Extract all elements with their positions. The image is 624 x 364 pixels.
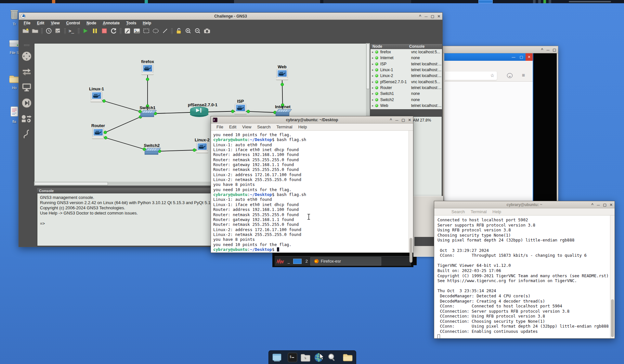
firefox-maximize-button[interactable]: ▢: [518, 55, 525, 59]
add-link-icon[interactable]: [21, 129, 32, 140]
battery-tray-icon[interactable]: [543, 0, 546, 3]
hscrollbar-handle[interactable]: [34, 182, 108, 185]
close-button[interactable]: [437, 15, 440, 18]
topology-summary-row[interactable]: ▸firefoxvnc localhost:5...: [370, 49, 442, 55]
vscrollbar-handle[interactable]: [366, 44, 370, 89]
topology-summary-row[interactable]: ▸Linux-1telnet localhost:...: [370, 67, 442, 73]
topology-node-switch2[interactable]: Switch2: [140, 143, 163, 156]
topology-node-internet[interactable]: Internet: [271, 104, 294, 117]
topology-summary-row[interactable]: ▸pfSense2.7.0-1vnc localhost:5...: [370, 79, 442, 84]
firefox-titlebar[interactable]: — ▢ ✕: [444, 53, 533, 61]
web-browser-icon[interactable]: [314, 352, 324, 363]
pocket-icon[interactable]: ⌄: [507, 73, 513, 78]
draw-ellipse-icon[interactable]: [152, 27, 159, 34]
tigervnc-terminal-titlebar[interactable]: cybrary@ubuntu: ~: [434, 201, 615, 208]
topology-summary-row[interactable]: ▸Linux-2telnet localhost:...: [370, 73, 442, 79]
topology-summary-row[interactable]: ▸ISPtelnet localhost:...: [370, 61, 442, 67]
topology-summary-row[interactable]: ▸Routertelnet localhost:...: [370, 85, 442, 91]
menu-edit[interactable]: Edit: [226, 124, 239, 129]
topology-summary-row[interactable]: ▸Switch1none: [370, 91, 442, 97]
tray-icon[interactable]: [549, 0, 551, 3]
vnc-viewer-titlebar[interactable]: [443, 46, 558, 53]
minimize-button[interactable]: [547, 48, 550, 52]
menu-control[interactable]: Control: [63, 20, 83, 26]
topology-summary-row[interactable]: ▸Internetnone: [370, 55, 442, 61]
scrollbar-handle[interactable]: [410, 238, 412, 263]
maximize-button[interactable]: [431, 15, 434, 18]
menu-node[interactable]: Node: [84, 20, 99, 26]
show-desktop-icon[interactable]: [272, 352, 282, 363]
menu-file[interactable]: File: [214, 124, 226, 129]
open-project-icon[interactable]: [32, 27, 39, 34]
close-button[interactable]: [610, 203, 613, 206]
browse-end-devices-icon[interactable]: [21, 82, 32, 93]
menu-search[interactable]: Search: [448, 209, 468, 214]
gns3-titlebar[interactable]: Challenge - GNS3: [19, 13, 442, 20]
maximize-button[interactable]: [553, 48, 556, 51]
topology-node-linux1[interactable]: Linux-1: [85, 86, 108, 102]
taskbar-firefox-button[interactable]: Firefox-esr: [310, 257, 381, 266]
lock-icon[interactable]: [175, 27, 182, 34]
url-bar[interactable]: ☆: [445, 72, 497, 80]
expand-arrow-icon[interactable]: ▸: [370, 62, 375, 66]
minimized-window-icon[interactable]: _: [288, 259, 290, 264]
reload-icon[interactable]: [110, 27, 117, 34]
top-panel-window-icon[interactable]: [478, 0, 493, 3]
terminal-launcher-icon[interactable]: $: [288, 352, 297, 363]
maximize-button[interactable]: [401, 118, 405, 122]
suspend-icon[interactable]: [91, 27, 98, 34]
app-finder-icon[interactable]: [327, 352, 337, 363]
maximize-button[interactable]: [603, 203, 606, 206]
browse-routers-icon[interactable]: [21, 51, 32, 62]
sidebar-drag-handle[interactable]: [24, 44, 30, 46]
top-panel-active-task[interactable]: [234, 0, 320, 3]
bookmark-star-icon[interactable]: ☆: [490, 73, 494, 78]
home-folder-icon[interactable]: [343, 352, 353, 363]
hamburger-menu-icon[interactable]: ≡: [522, 72, 525, 78]
menu-annotate[interactable]: Annotate: [100, 20, 123, 26]
expand-arrow-icon[interactable]: ▸: [370, 74, 375, 77]
annotate-note-icon[interactable]: [124, 27, 131, 34]
expand-arrow-icon[interactable]: ▸: [370, 98, 375, 101]
expand-arrow-icon[interactable]: ▸: [370, 80, 375, 84]
shade-button[interactable]: [591, 203, 593, 206]
firefox-minimize-button[interactable]: —: [510, 55, 517, 59]
workspace-pager[interactable]: [293, 259, 302, 264]
expand-arrow-icon[interactable]: ▸: [370, 86, 375, 89]
draw-rectangle-icon[interactable]: [143, 27, 150, 34]
close-button[interactable]: [408, 118, 411, 122]
terminal-scrollbar[interactable]: [409, 131, 413, 253]
console-icon[interactable]: >_: [68, 27, 75, 34]
topology-node-web[interactable]: Web: [271, 64, 293, 80]
browse-all-devices-icon[interactable]: [21, 113, 32, 124]
snapshot-icon[interactable]: [45, 27, 52, 34]
menu-edit[interactable]: Edit: [34, 20, 47, 26]
zoom-out-icon[interactable]: [194, 27, 201, 34]
topology-summary-row[interactable]: ▸Switch2none: [370, 97, 442, 102]
minimize-button[interactable]: [395, 118, 398, 122]
expand-arrow-icon[interactable]: ▸: [370, 50, 375, 54]
topology-node-linux2[interactable]: Linux-2: [191, 137, 214, 153]
tray-icon[interactable]: [533, 0, 536, 3]
start-icon[interactable]: [82, 27, 89, 34]
menu-file[interactable]: File: [21, 20, 33, 26]
text-find-icon[interactable]: a cb: [55, 27, 62, 34]
menu-terminal[interactable]: Terminal: [274, 124, 295, 129]
draw-line-icon[interactable]: [162, 27, 169, 34]
menu-help[interactable]: Help: [489, 209, 504, 214]
minimize-button[interactable]: [424, 15, 427, 18]
topology-node-router[interactable]: Router: [87, 123, 110, 139]
expand-arrow-icon[interactable]: ▸: [370, 56, 375, 59]
minimize-button[interactable]: [597, 203, 600, 207]
topology-node-isp[interactable]: ISP: [229, 99, 252, 115]
stop-icon[interactable]: [101, 27, 108, 34]
new-project-icon[interactable]: [22, 27, 29, 34]
insert-image-icon[interactable]: [133, 27, 140, 34]
menu-view[interactable]: View: [48, 20, 62, 26]
menu-help[interactable]: Help: [295, 124, 310, 129]
zoom-in-icon[interactable]: [185, 27, 192, 34]
topology-node-firefox[interactable]: firefox: [136, 59, 159, 75]
shade-button[interactable]: [419, 15, 421, 18]
topology-node-pfsense[interactable]: pfSense2.7.0-1▶❙: [188, 102, 211, 118]
tray-icon[interactable]: [538, 0, 541, 3]
